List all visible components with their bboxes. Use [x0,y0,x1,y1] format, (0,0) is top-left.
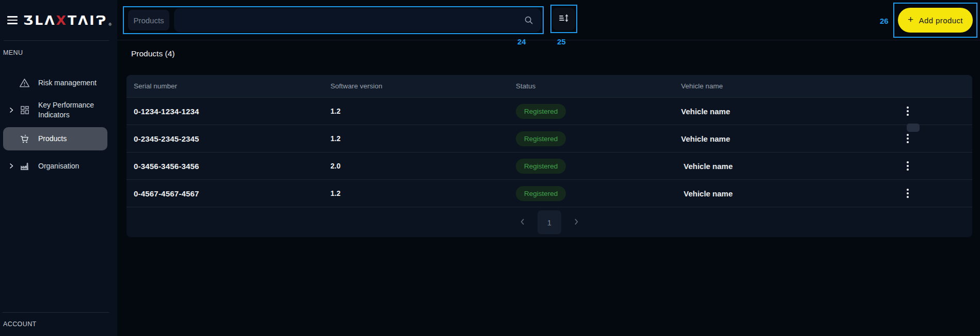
column-header-software-version: Software version [330,82,516,90]
table-header-row: Serial number Software version Status Ve… [127,75,972,97]
search-input[interactable] [174,8,541,32]
annotation-label-24: 24 [517,37,526,46]
account-section-label: ACCOUNT [3,320,37,328]
sidebar-item-label: Key Performance Indicators [38,100,101,120]
sidebar-item-key-performance-indicators[interactable]: Key Performance Indicators [0,96,117,124]
warning-triangle-icon [19,78,30,88]
add-product-button[interactable]: + Add product [898,8,973,33]
chevron-right-icon [572,218,580,227]
topbar: Products 24 [117,0,980,40]
pagination-page-1[interactable]: 1 [538,210,561,234]
sidebar: ƷLΛXTΛIɁ ® MENU Risk management Key Per [0,0,117,336]
registered-trademark: ® [108,22,112,27]
chevron-right-icon [8,163,14,169]
annotation-box-24: Products [123,6,544,34]
brand-logo[interactable]: ƷLΛXTΛIɁ ® [23,13,112,28]
software-version-cell: 1.2 [330,107,516,115]
sidebar-item-label: Risk management [38,78,97,88]
scrollbar-thumb[interactable] [907,124,920,132]
logo-text-right: TΛIɁ [68,13,107,28]
chevron-left-icon [518,218,527,227]
add-product-button-label: Add product [919,16,963,25]
search-icon [524,15,534,27]
status-badge: Registered [516,131,566,146]
table-row[interactable]: 0-4567-4567-4567 1.2 Registered Vehicle … [127,179,972,207]
shopping-cart-icon [19,133,30,144]
software-version-cell: 1.2 [330,189,516,197]
row-actions-kebab-menu[interactable] [901,131,914,146]
main-area: Products 24 [117,0,980,336]
sort-button[interactable] [552,8,575,30]
pagination-next-button[interactable] [568,215,584,230]
software-version-cell: 2.0 [330,162,516,170]
menu-section-label: MENU [3,49,23,56]
products-table: Serial number Software version Status Ve… [127,75,972,237]
sidebar-header: ƷLΛXTΛIɁ ® [0,0,117,40]
app-root: ƷLΛXTΛIɁ ® MENU Risk management Key Per [0,0,980,336]
sidebar-divider [4,40,109,41]
page-title: Products (4) [131,49,175,58]
vehicle-name-cell: Vehicle name [681,107,882,116]
annotation-box-25 [550,5,577,33]
row-actions-kebab-menu[interactable] [901,186,914,201]
status-badge: Registered [516,159,566,174]
annotation-label-25: 25 [557,37,566,46]
serial-number-cell: 0-3456-3456-3456 [134,162,330,171]
hamburger-menu-icon[interactable] [7,16,18,24]
column-header-serial-number: Serial number [134,82,330,90]
serial-number-cell: 0-4567-4567-4567 [134,189,330,198]
status-badge: Registered [516,104,566,119]
row-actions-kebab-menu[interactable] [901,158,914,174]
sidebar-item-risk-management[interactable]: Risk management [0,72,117,93]
status-badge: Registered [516,186,566,201]
column-header-status: Status [516,82,681,90]
pagination-previous-button[interactable] [515,215,530,230]
table-row[interactable]: 0-3456-3456-3456 2.0 Registered Vehicle … [127,152,972,179]
sidebar-item-label: Organisation [38,161,79,171]
vehicle-name-cell: Vehicle name [681,134,882,143]
search-filter-chip[interactable]: Products [128,10,169,30]
table-row[interactable]: 0-1234-1234-1234 1.2 Registered Vehicle … [127,97,972,125]
pagination: 1 [127,207,972,237]
account-divider [3,312,109,313]
sidebar-nav: Risk management Key Performance Indicato… [0,72,117,177]
search-field [174,8,541,32]
annotation-label-26: 26 [880,17,889,25]
table-row[interactable]: 0-2345-2345-2345 1.2 Registered Vehicle … [127,125,972,152]
sidebar-item-organisation[interactable]: Organisation [0,155,117,177]
sidebar-item-label: Products [38,134,67,144]
plus-icon: + [908,14,914,25]
vehicle-name-cell: Vehicle name [681,162,882,171]
logo-text-accent: X [56,13,68,28]
row-actions-kebab-menu[interactable] [901,103,914,119]
dashboard-grid-icon [19,105,30,116]
serial-number-cell: 0-2345-2345-2345 [134,134,330,143]
annotation-box-26: + Add product [893,3,977,38]
logo-text-left: ƷLΛ [23,13,56,28]
serial-number-cell: 0-1234-1234-1234 [134,107,330,116]
software-version-cell: 1.2 [330,134,516,143]
vehicle-name-cell: Vehicle name [681,189,882,198]
column-header-vehicle-name: Vehicle name [681,82,882,90]
chevron-right-icon [8,107,14,113]
factory-icon [19,161,30,172]
sort-icon [558,12,570,26]
sidebar-item-products[interactable]: Products [3,127,107,150]
